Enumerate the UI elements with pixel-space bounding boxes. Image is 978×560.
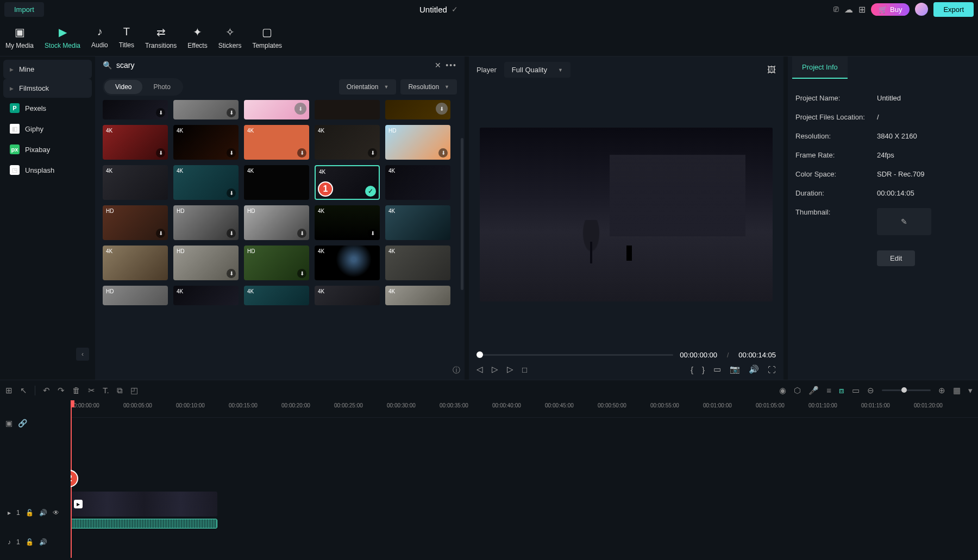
zoom-out-icon[interactable]: ⊖ [867,386,874,395]
scrollbar[interactable] [461,138,463,290]
video-tab[interactable]: Video [104,80,142,94]
media-thumb[interactable]: 4K⬇ [244,125,309,160]
text-icon[interactable]: T. [103,386,109,395]
fullscreen-icon[interactable]: ⛶ [768,365,776,374]
info-icon[interactable]: ⓘ [453,366,460,375]
quality-dropdown[interactable]: Full Quality▼ [504,62,570,78]
media-thumb[interactable]: 4K⬇ [315,125,380,160]
download-icon[interactable]: ⬇ [297,269,306,278]
zoom-handle[interactable] [901,387,907,393]
media-thumb[interactable]: 4K⬇ [173,125,239,160]
sidebar-item-pexels[interactable]: PPexels [3,98,92,118]
media-thumb[interactable]: 4K [244,165,309,200]
clear-search-icon[interactable]: ✕ [435,61,441,70]
download-icon[interactable]: ⬇ [227,148,236,158]
export-button[interactable]: Export [933,2,974,17]
media-thumb[interactable]: HD⬇ [244,246,309,280]
media-thumb[interactable] [315,100,380,119]
scrub-handle[interactable] [477,351,483,358]
zoom-in-icon[interactable]: ⊕ [938,386,945,395]
timeline-ruler[interactable]: 00:00:00:0000:00:05:0000:00:10:0000:00:1… [71,400,978,418]
video-clip[interactable]: ▶ [71,492,217,517]
media-thumb[interactable]: 4K [173,286,239,305]
media-thumb[interactable]: HD [103,286,168,305]
stop-icon[interactable]: □ [522,365,527,374]
crop-icon[interactable]: ◰ [130,386,138,395]
download-icon[interactable]: ⬇ [297,148,306,158]
cut-icon[interactable]: ✂ [88,386,95,395]
media-thumb[interactable]: 4K [385,286,450,305]
magnetic-icon[interactable]: ⧈ [839,386,844,395]
timeline-mode-icon[interactable]: ▣ [5,419,12,427]
mixer-icon[interactable]: ≡ [826,386,831,395]
tab-templates[interactable]: ▢Templates [252,23,282,52]
import-button[interactable]: Import [4,2,44,17]
frame-icon[interactable]: ▭ [852,386,860,395]
cursor-icon[interactable]: ↖ [20,386,27,395]
download-icon[interactable]: ⬇ [156,229,165,238]
download-icon[interactable]: ⬇ [156,148,165,158]
sidebar-item-mine[interactable]: ▶Mine [3,60,92,79]
photo-tab[interactable]: Photo [142,80,181,94]
mark-in-icon[interactable]: { [691,365,693,374]
media-thumb[interactable]: HD⬇ [244,205,309,240]
display-icon[interactable]: ⎚ [833,4,839,14]
settings-icon[interactable]: ▾ [968,386,973,395]
media-thumb[interactable]: 4K [103,246,168,280]
buy-button[interactable]: 🛒 Buy [871,3,910,16]
media-thumb[interactable]: HD⬇ [385,125,450,160]
download-icon[interactable]: ⬇ [227,269,236,278]
tab-audio[interactable]: ♪Audio [91,23,108,52]
media-thumb[interactable]: 4K [103,165,168,200]
download-icon[interactable]: ⬇ [438,148,448,158]
more-options-icon[interactable]: ••• [446,61,457,70]
sidebar-item-pixabay[interactable]: pxPixabay [3,139,92,160]
media-thumb-selected[interactable]: 4K 1 ✓ [315,165,380,200]
media-thumb[interactable]: HD⬇ [173,205,239,240]
download-icon[interactable]: ⬇ [227,229,236,238]
play-icon[interactable]: ▷ [507,364,513,374]
project-info-tab[interactable]: Project Info [792,56,848,79]
link-icon[interactable]: 🔗 [18,419,27,427]
download-icon[interactable]: ⬇ [294,103,306,115]
media-thumb[interactable]: 4K [385,165,450,200]
mic-icon[interactable]: 🎤 [808,386,819,395]
color-wheel-icon[interactable]: ◉ [779,386,786,395]
tab-my-media[interactable]: ▣My Media [5,23,34,52]
cloud-icon[interactable]: ☁ [844,4,853,15]
prev-frame-icon[interactable]: ◁ [477,364,483,374]
undo-icon[interactable]: ↶ [43,386,50,395]
scrubber[interactable] [477,354,673,356]
download-icon[interactable]: ⬇ [227,108,236,117]
download-icon[interactable]: ⬇ [436,103,448,115]
tab-stock-media[interactable]: ▶Stock Media [45,23,80,52]
edit-button[interactable]: Edit [877,250,915,266]
avatar[interactable] [915,3,928,16]
media-thumb[interactable]: 4K [385,246,450,280]
tab-titles[interactable]: TTitles [119,23,134,52]
media-thumb[interactable]: 4K⬇ [315,205,380,240]
playhead[interactable]: 2 [71,400,72,558]
download-icon[interactable]: ⬇ [297,229,306,238]
visibility-icon[interactable]: 👁 [53,509,59,517]
download-icon[interactable]: ⬇ [368,148,377,158]
mute-icon[interactable]: 🔊 [39,509,47,517]
media-thumb[interactable]: HD⬇ [173,246,239,280]
sidebar-item-giphy[interactable]: ◧Giphy [3,118,92,139]
media-thumb[interactable]: 4K [315,246,380,280]
tab-transitions[interactable]: ⇄Transitions [145,23,177,52]
media-thumb[interactable]: ⬇ [103,100,168,119]
mute-icon[interactable]: 🔊 [39,538,47,546]
collapse-sidebar-button[interactable]: ‹ [76,348,89,361]
download-icon[interactable]: ⬇ [156,108,165,117]
search-input[interactable] [116,61,430,70]
fit-timeline-icon[interactable]: ▦ [953,386,961,395]
mark-out-icon[interactable]: } [702,365,705,374]
media-thumb[interactable]: HD⬇ [103,205,168,240]
sidebar-item-unsplash[interactable]: ◳Unsplash [3,160,92,180]
download-icon[interactable]: ⬇ [227,188,236,198]
media-thumb[interactable]: 4K [244,286,309,305]
zoom-slider[interactable] [882,389,931,391]
lock-icon[interactable]: 🔓 [26,538,34,546]
play-pause-icon[interactable]: ▷ [492,364,498,374]
